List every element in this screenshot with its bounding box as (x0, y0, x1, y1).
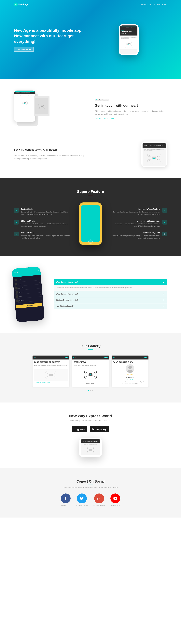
acc-icon-2: ▼ (163, 299, 164, 301)
menu-text-6: CONTACT (19, 298, 40, 301)
twitter-count: 8000+ Followers (76, 504, 88, 506)
gallery-card-app-drone (34, 369, 68, 380)
facebook-count: 10000+ Likes (61, 504, 70, 506)
buffer-icon: ↕ (14, 232, 19, 236)
gallery-dot-0[interactable] (88, 390, 89, 391)
googleplus-icon[interactable]: g+ (94, 494, 104, 503)
menu-icon-4 (16, 291, 18, 294)
svg-text:f: f (65, 496, 66, 500)
hero-phone-container: ⚫⚫⚫ ⬛ ────── LONG ESTABLISHED COMPANY Lo… (90, 24, 167, 55)
card-dot-gray (35, 357, 36, 358)
app-store-btn[interactable]: Available on the App Store (72, 426, 88, 432)
gallery-section: Our Gallery ●●● LONG ESTABLISHED COMPANY… (0, 332, 181, 402)
superb-center (76, 202, 105, 245)
superb-desc-right-1: A notification panel cannot be used even… (110, 223, 160, 227)
facebook-icon[interactable]: f (61, 494, 70, 503)
link-feature[interactable]: Feature (103, 118, 108, 120)
link-overview[interactable]: Overview (95, 118, 101, 120)
acc-nav-dot-2 (37, 270, 38, 271)
acc-label-3: How Strategy Launch? (56, 305, 74, 307)
acc-phone-cta: GET STARTED (16, 303, 42, 308)
superb-right: ⚙ Automated Widget Resizing Unlike conve… (110, 208, 167, 239)
youtube-icon[interactable] (110, 494, 120, 503)
superb-title-left-0: Contrast Ratio (21, 208, 71, 210)
superb-text-left-0: Contrast Ratio Contrast ratio is the dif… (21, 208, 71, 216)
download-btn[interactable]: Download Now ▶ (14, 47, 34, 52)
nav-coming-soon[interactable]: COMING SOON (154, 4, 167, 6)
acc-header-2[interactable]: Strategy Network Security? ▼ (54, 298, 167, 303)
app-store-main: App Store (76, 428, 84, 431)
accordion-phone: BRAND HOME › ABOUT › (14, 268, 45, 321)
superb-title-right-2: Predictive Keywords (110, 232, 160, 234)
hero-phone-mockup: ⚫⚫⚫ ⬛ ────── LONG ESTABLISHED COMPANY Lo… (119, 24, 138, 55)
link-video[interactable]: Video (110, 118, 114, 120)
gallery-dot-2[interactable] (92, 390, 93, 391)
superb-desc-left-2: Android trying to keep up with iPhone an… (21, 235, 71, 239)
svg-line-37 (156, 158, 160, 161)
acc-item-0: What Content Strategy Isn? ▲ Lorem ipsum… (54, 280, 167, 291)
tablet-mockup (34, 96, 50, 116)
features-right-1: In App Purchase Get in touch with our he… (95, 98, 167, 120)
acc-header-1[interactable]: What Content Strategy Isn? ▼ (54, 291, 167, 297)
footer-link-feature[interactable]: Feature (42, 382, 46, 383)
superb-item-left-2: ↕ Triple Buffering Android trying to kee… (14, 232, 71, 239)
gallery-dots (14, 390, 167, 391)
acc-nav-dot-3 (38, 270, 39, 271)
phone-front-title: LONG ESTABLISHED COMPANY (15, 92, 34, 93)
card-header-btn: ●●● (64, 357, 68, 358)
gallery-card-trendy-title: TRENDY ITEMS (74, 361, 107, 364)
phone-front-desc: Lorem ipsum dolor sit amet consectetur a… (15, 95, 34, 97)
gallery-card-testimonial: ●●● WHAT OUR CLIENT SAY ★★★★★ Mike Scott… (112, 356, 148, 387)
gallery-card-role: LAWYER (114, 378, 147, 380)
menu-arrow-1: › (39, 278, 39, 279)
superb-desc-right-2: A variety of advanced algorithm for pred… (110, 235, 160, 239)
trendy-dot-green (73, 357, 74, 358)
nav-links: CONTACT US COMING SOON (140, 4, 167, 6)
drone-svg (125, 41, 132, 46)
gallery-card-test-body: WHAT OUR CLIENT SAY ★★★★★ Mike Scott LAW… (112, 360, 148, 387)
footer-link-overview[interactable]: Overview (36, 382, 40, 383)
accordion-content: What Content Strategy Isn? ▲ Lorem ipsum… (54, 280, 167, 310)
dl-phone-mockup: LONG ESTABLISHED COMPANY Lorem ipsum dol… (79, 438, 102, 457)
google-play-sub: Get it on (96, 427, 106, 428)
acc-phone-screen: BRAND HOME › ABOUT › (12, 266, 45, 322)
store-buttons: Available on the App Store ▶ Get it on G… (14, 426, 167, 432)
google-play-icon: ▶ (92, 427, 94, 431)
svg-rect-24 (41, 106, 43, 107)
superb-title-left-1: Offline and Online (21, 220, 71, 222)
svg-line-46 (47, 376, 49, 377)
app-store-sub: Available on the (76, 427, 84, 428)
acc-header-0[interactable]: What Content Strategy Isn? ▲ (54, 280, 167, 285)
menu-arrow-5: › (40, 294, 41, 295)
widget-icon: ⚙ (162, 208, 167, 213)
acc-header-3[interactable]: How Strategy Launch? ▼ (54, 304, 167, 309)
nav-contact[interactable]: CONTACT US (140, 4, 151, 6)
acc-label-1: What Content Strategy Isn? (56, 293, 78, 295)
main-nav: ✦ NewPage CONTACT US COMING SOON (0, 3, 181, 6)
phone-drone-image (121, 40, 136, 48)
social-icons: f 10000+ Likes 8000+ Followers g+ 5000+ … (14, 494, 167, 506)
trendy-dot-gray (75, 357, 76, 358)
twitter-icon[interactable] (77, 494, 87, 503)
feature-title-2: Get in touch with our heart (14, 148, 86, 152)
hero-headline: New Age is a beautifully mobile app. Now… (14, 28, 90, 44)
dl-phone-desc: Lorem ipsum dolor sit amet consectetur (82, 444, 99, 445)
svg-rect-57 (90, 374, 91, 375)
menu-icon-2 (15, 283, 17, 286)
acc-item-1: What Content Strategy Isn? ▼ (54, 291, 167, 297)
superb-grid: ⊞ Contrast Ratio Contrast ratio is the d… (14, 202, 167, 245)
footer-link-video[interactable]: Video (47, 382, 50, 383)
menu-icon-5 (16, 295, 18, 298)
logo: ✦ NewPage (14, 3, 28, 6)
gallery-card-stars: ★★★★★ (114, 374, 147, 376)
menu-arrow-3: › (40, 286, 40, 287)
card-dot-green (34, 357, 34, 358)
svg-line-66 (87, 448, 89, 450)
gallery-dot-1[interactable] (90, 390, 91, 391)
social-facebook: f 10000+ Likes (61, 494, 70, 506)
acc-label-2: Strategy Network Security? (56, 299, 78, 301)
gallery-card-avatar (126, 364, 134, 373)
google-play-btn[interactable]: ▶ Get it on Google play (90, 426, 109, 432)
menu-icon-1 (14, 279, 17, 282)
notification-icon: ★ (162, 220, 167, 224)
